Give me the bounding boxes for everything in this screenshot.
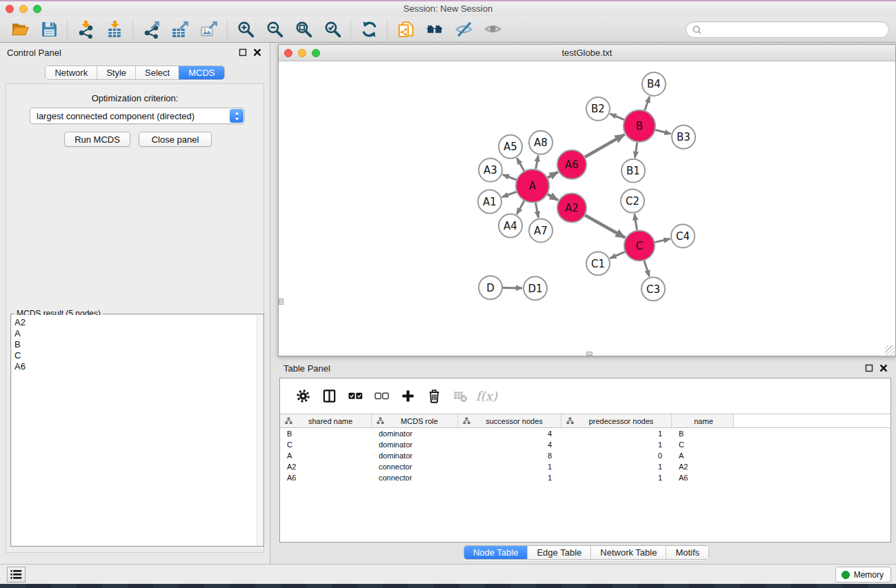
show-details-button[interactable] bbox=[478, 18, 507, 41]
node-A4[interactable]: A4 bbox=[499, 214, 522, 237]
gear-button[interactable] bbox=[290, 384, 316, 409]
select-all-button[interactable] bbox=[342, 384, 368, 409]
tab-mcds[interactable]: MCDS bbox=[179, 66, 223, 79]
tab-style[interactable]: Style bbox=[97, 66, 135, 79]
node-B2[interactable]: B2 bbox=[586, 97, 610, 121]
edge-A-A3[interactable] bbox=[503, 174, 517, 179]
add-column-button[interactable] bbox=[395, 384, 421, 409]
edge-A-A5[interactable] bbox=[517, 158, 524, 171]
import-network-button[interactable] bbox=[71, 18, 100, 41]
minimize-window-button[interactable] bbox=[19, 5, 28, 13]
tab-network-table[interactable]: Network Table bbox=[590, 546, 666, 559]
zoom-out-button[interactable] bbox=[260, 18, 289, 41]
close-table-panel-icon[interactable] bbox=[879, 364, 888, 372]
edge-C-C4[interactable] bbox=[655, 239, 670, 242]
edge-B-B3[interactable] bbox=[655, 130, 670, 134]
node-A3[interactable]: A3 bbox=[479, 159, 502, 182]
edge-B-B4[interactable] bbox=[645, 97, 650, 110]
column-header-name[interactable]: name bbox=[672, 414, 734, 427]
table-row[interactable]: A6connector11A6 bbox=[280, 472, 890, 483]
edge-B-B1[interactable] bbox=[635, 143, 637, 158]
edge-B-B2[interactable] bbox=[610, 114, 624, 119]
home-button[interactable] bbox=[420, 18, 449, 41]
search-box[interactable] bbox=[686, 21, 889, 38]
column-header-predecessor-nodes[interactable]: predecessor nodes bbox=[561, 414, 672, 427]
float-panel-icon[interactable] bbox=[239, 48, 247, 57]
result-scrollbar[interactable] bbox=[257, 315, 263, 545]
result-item[interactable]: B bbox=[12, 339, 263, 350]
deselect-all-button[interactable] bbox=[368, 384, 395, 409]
result-item[interactable]: A6 bbox=[12, 361, 263, 372]
result-item[interactable]: C bbox=[12, 350, 263, 361]
close-panel-button[interactable]: Close panel bbox=[139, 132, 212, 147]
node-C2[interactable]: C2 bbox=[621, 190, 644, 213]
edge-C-C3[interactable] bbox=[644, 261, 649, 276]
close-panel-icon[interactable] bbox=[253, 48, 261, 57]
tab-node-table[interactable]: Node Table bbox=[464, 546, 528, 559]
apply-layout-button[interactable] bbox=[355, 18, 384, 41]
node-A8[interactable]: A8 bbox=[529, 131, 552, 154]
network-window-titlebar[interactable]: testGlobe.txt bbox=[279, 45, 895, 61]
network-resize-handle-bottom[interactable] bbox=[586, 352, 593, 356]
network-resize-grip[interactable] bbox=[885, 345, 895, 355]
import-table-button[interactable] bbox=[100, 18, 129, 41]
export-table-button[interactable] bbox=[166, 18, 195, 41]
edge-A-A8[interactable] bbox=[536, 155, 539, 169]
delete-column-button[interactable] bbox=[421, 384, 447, 409]
node-A6[interactable]: A6 bbox=[557, 150, 586, 179]
zoom-window-button[interactable] bbox=[33, 5, 41, 13]
network-canvas[interactable]: B4B2BB3A5A8A6A3AB1A1C2A2A4A7CC4C1C3DD1 bbox=[279, 62, 895, 356]
network-close-button[interactable] bbox=[284, 49, 292, 57]
edge-A2-C[interactable] bbox=[585, 215, 625, 237]
edge-A-A2[interactable] bbox=[548, 194, 558, 200]
float-table-panel-icon[interactable] bbox=[865, 364, 873, 372]
node-A7[interactable]: A7 bbox=[529, 219, 552, 242]
tab-network[interactable]: Network bbox=[46, 66, 97, 79]
table-row[interactable]: A2connector11A2 bbox=[280, 461, 890, 472]
tab-motifs[interactable]: Motifs bbox=[666, 546, 708, 559]
close-window-button[interactable] bbox=[6, 5, 14, 13]
table-row[interactable]: Adominator80A bbox=[280, 450, 890, 461]
node-C1[interactable]: C1 bbox=[586, 252, 610, 275]
memory-button[interactable]: Memory bbox=[835, 567, 891, 582]
zoom-in-button[interactable] bbox=[231, 18, 260, 41]
tab-edge-table[interactable]: Edge Table bbox=[527, 546, 590, 559]
node-A5[interactable]: A5 bbox=[499, 135, 522, 159]
network-resize-handle-left[interactable] bbox=[279, 298, 283, 305]
open-session-button[interactable] bbox=[6, 18, 34, 41]
node-B3[interactable]: B3 bbox=[672, 125, 695, 149]
column-header-shared-name[interactable]: shared name bbox=[280, 414, 372, 427]
zoom-fit-button[interactable] bbox=[289, 18, 318, 41]
node-A2[interactable]: A2 bbox=[557, 194, 586, 223]
save-session-button[interactable] bbox=[34, 18, 63, 41]
edge-A6-B[interactable] bbox=[585, 134, 624, 157]
zoom-selected-button[interactable] bbox=[318, 18, 347, 41]
edge-A-A1[interactable] bbox=[502, 192, 517, 197]
edge-C-C1[interactable] bbox=[610, 252, 625, 258]
column-header-successor-nodes[interactable]: successor nodes bbox=[458, 414, 561, 427]
node-A1[interactable]: A1 bbox=[478, 190, 501, 214]
edge-A-A7[interactable] bbox=[536, 203, 539, 218]
columns-button[interactable] bbox=[316, 384, 342, 409]
node-B[interactable]: B bbox=[624, 110, 655, 142]
node-C[interactable]: C bbox=[624, 230, 655, 261]
search-input[interactable] bbox=[702, 23, 888, 37]
table-row[interactable]: Cdominator41C bbox=[280, 439, 890, 450]
node-A[interactable]: A bbox=[516, 170, 549, 203]
edge-A-A6[interactable] bbox=[548, 172, 558, 178]
hide-details-button[interactable] bbox=[449, 18, 478, 41]
duplicate-network-button[interactable] bbox=[391, 18, 420, 41]
criterion-select[interactable]: largest connected component (directed) bbox=[30, 108, 245, 124]
table-row[interactable]: Bdominator41B bbox=[280, 428, 890, 439]
node-C4[interactable]: C4 bbox=[671, 224, 695, 247]
node-B1[interactable]: B1 bbox=[621, 159, 645, 183]
edge-A-A4[interactable] bbox=[517, 201, 524, 214]
edge-C-C2[interactable] bbox=[635, 214, 637, 230]
tab-select[interactable]: Select bbox=[135, 66, 179, 79]
node-D[interactable]: D bbox=[479, 276, 502, 299]
network-minimize-button[interactable] bbox=[298, 49, 306, 57]
network-zoom-button[interactable] bbox=[312, 49, 320, 57]
result-item[interactable]: A2 bbox=[12, 317, 263, 328]
result-item[interactable]: A bbox=[12, 328, 263, 339]
task-history-button[interactable] bbox=[7, 567, 26, 582]
